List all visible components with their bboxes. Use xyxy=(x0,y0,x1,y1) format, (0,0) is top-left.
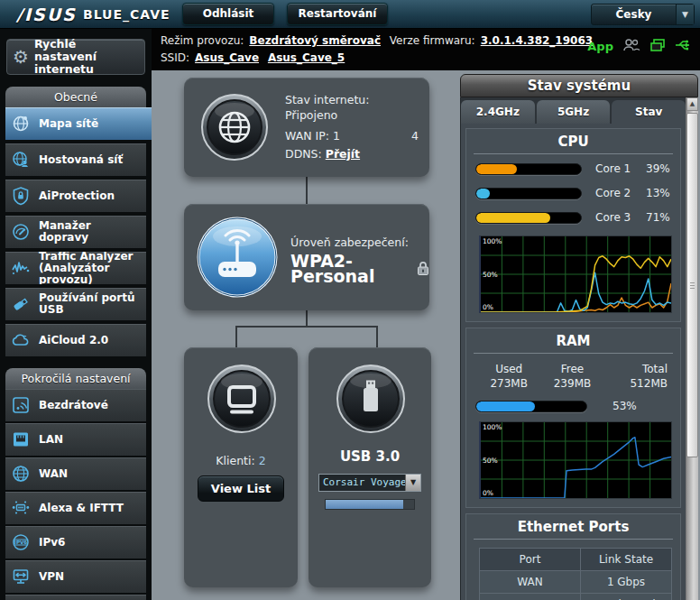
table-row: LAN 1Unplugged xyxy=(480,594,672,600)
usb-port-title: USB 3.0 xyxy=(309,448,431,465)
sidebar-item-lan[interactable]: LAN xyxy=(5,423,146,456)
table-row: WAN1 Gbps xyxy=(480,571,672,594)
sidebar: ⚙ Rychlé nastavení internetu Obecné Mapa… xyxy=(0,29,152,600)
tab-24ghz[interactable]: 2.4GHz xyxy=(461,100,535,124)
cpu-core-row: Core 3 71% xyxy=(466,211,680,224)
info-bar: Režim provozu:Bezdrátový směrovač Verze … xyxy=(152,29,700,70)
alexa-device-icon xyxy=(11,498,32,518)
ram-total: Total512MB xyxy=(604,362,669,391)
internet-status-label: Stav internetu: xyxy=(285,92,420,107)
cpu-usage-graph: 100% 50% 0% xyxy=(479,235,672,313)
sidebar-item-label: IPv6 xyxy=(39,537,141,549)
sidebar-item-label: Bezdrátové xyxy=(39,400,141,411)
wan-ip-value: 1 xyxy=(333,129,340,143)
tab-status[interactable]: Stav xyxy=(612,100,686,124)
logout-button[interactable]: Odhlásit xyxy=(182,3,274,25)
ram-percent: 53% xyxy=(612,400,637,412)
divider xyxy=(474,153,673,154)
connector-branch-usb xyxy=(376,328,378,347)
guest-network-icon[interactable] xyxy=(649,38,666,55)
usb-device-name: Corsair Voyage xyxy=(319,475,405,491)
router-icon[interactable] xyxy=(197,217,278,301)
sidebar-item-aicloud[interactable]: AiCloud 2.0 xyxy=(5,324,146,356)
security-level-value: WPA2-Personal xyxy=(290,254,411,284)
usb-status-icon[interactable] xyxy=(675,38,693,55)
view-list-button[interactable]: View List xyxy=(198,475,284,502)
ddns-go-link[interactable]: Přejít xyxy=(326,147,360,161)
ipv6-badge-icon: IPV6 xyxy=(11,532,32,552)
internet-status-card: Stav internetu: Připojeno WAN IP: 1 4 DD… xyxy=(184,78,429,177)
ethernet-ports-section: Ethernet Ports Port Link State WAN1 Gbps… xyxy=(465,513,681,600)
ram-title: RAM xyxy=(466,328,680,353)
sidebar-item-traffic-manager[interactable]: Manažer dopravy xyxy=(5,216,146,248)
sidebar-item-label: Hostovaná síť xyxy=(39,154,141,166)
clients-group-icon[interactable] xyxy=(622,38,640,55)
language-select[interactable]: Česky ▼ xyxy=(591,4,695,25)
system-status-tabs: 2.4GHz 5GHz Stav xyxy=(461,97,686,124)
sidebar-item-guest-network[interactable]: Hostovaná síť xyxy=(5,143,146,176)
asus-logo: /ISUS xyxy=(16,5,77,24)
scrollbar-thumb[interactable] xyxy=(686,113,698,457)
top-bar: /ISUS BLUE_CAVE Odhlásit Restartování Če… xyxy=(0,0,700,29)
divider xyxy=(474,539,673,540)
ssid-link-24[interactable]: Asus_Cave xyxy=(195,51,259,64)
internet-globe-icon[interactable] xyxy=(200,93,269,165)
sidebar-item-wireless[interactable]: Bezdrátové xyxy=(5,389,146,421)
firmware-version-link[interactable]: 3.0.1.4.382_19063 xyxy=(481,34,593,47)
sidebar-item-partial[interactable] xyxy=(5,595,146,600)
tab-5ghz[interactable]: 5GHz xyxy=(537,100,611,124)
sidebar-item-label: Traffic Analyzer (Analyzátor provozu) xyxy=(39,252,141,284)
app-link[interactable]: App xyxy=(587,40,613,53)
sidebar-item-usb-application[interactable]: Používání portů USB xyxy=(5,288,146,320)
sidebar-item-label: Mapa sítě xyxy=(39,118,146,130)
usb-stick-icon[interactable] xyxy=(336,364,406,438)
sidebar-item-traffic-analyzer[interactable]: Traffic Analyzer (Analyzátor provozu) xyxy=(5,252,146,284)
ssid-link-5[interactable]: Asus_Cave_5 xyxy=(268,51,345,64)
system-status-title: Stav systému xyxy=(460,74,698,97)
clients-monitor-icon[interactable] xyxy=(207,364,277,438)
ram-free: Free239MB xyxy=(540,362,603,391)
shield-lock-icon xyxy=(11,186,32,206)
operation-mode-link[interactable]: Bezdrátový směrovač xyxy=(249,34,381,47)
ethernet-ports-title: Ethernet Ports xyxy=(466,514,680,539)
cpu-core-row: Core 1 39% xyxy=(466,162,680,175)
ddns-line: DDNS: Přejít xyxy=(285,146,420,162)
guest-network-globe-icon xyxy=(11,150,32,170)
scroll-up-arrow-icon[interactable]: ▲ xyxy=(686,97,698,111)
connector-branch-clients xyxy=(235,328,237,347)
sidebar-item-wan[interactable]: WAN xyxy=(5,457,146,490)
wan-ip-suffix: 4 xyxy=(411,128,419,143)
quick-setup-label: Rychlé nastavení internetu xyxy=(34,38,139,76)
ram-usage-graph: 100% 50% 0% xyxy=(479,421,672,499)
sidebar-item-ipv6[interactable]: IPV6 IPv6 xyxy=(5,526,146,558)
scrollbar-grip xyxy=(690,282,695,289)
linkstate-column-header: Link State xyxy=(581,549,672,571)
panel-scrollbar[interactable]: ▲ xyxy=(686,97,698,600)
usb-device-select[interactable]: Corsair Voyage ▼ xyxy=(318,474,421,492)
clients-count-line: Klienti: 2 xyxy=(184,454,298,467)
vpn-monitor-icon xyxy=(11,567,32,586)
setup-wizard-icon: ⚙ xyxy=(13,51,29,63)
sidebar-item-label: LAN xyxy=(39,434,141,446)
lock-icon[interactable] xyxy=(417,261,429,278)
sidebar-item-vpn[interactable]: VPN xyxy=(5,560,146,593)
sidebar-item-label: Používání portů USB xyxy=(39,292,141,316)
reboot-button[interactable]: Restartování xyxy=(287,3,388,25)
sidebar-section-general: Obecné xyxy=(5,87,146,107)
security-card: Úroveň zabezpečení: WPA2-Personal xyxy=(184,204,429,310)
core2-label: Core 2 xyxy=(595,187,640,199)
connector-branch-horizontal xyxy=(235,326,378,328)
sidebar-item-aiprotection[interactable]: AiProtection xyxy=(5,180,146,212)
clients-count: 2 xyxy=(259,454,266,467)
sidebar-item-label: Alexa & IFTTT xyxy=(39,503,141,514)
operation-mode-label: Režim provozu: xyxy=(161,34,244,47)
core2-value: 13% xyxy=(646,187,670,199)
ram-usage-bar xyxy=(475,401,587,412)
core3-value: 71% xyxy=(646,211,670,224)
sidebar-item-network-map[interactable]: Mapa sítě xyxy=(5,107,152,140)
sidebar-item-quick-internet-setup[interactable]: ⚙ Rychlé nastavení internetu xyxy=(6,39,145,75)
clients-card: Klienti: 2 View List xyxy=(184,347,298,587)
firmware-label: Verze firmwaru: xyxy=(390,34,475,47)
ram-graph-tick-50: 50% xyxy=(483,457,498,465)
sidebar-item-alexa-ifttt[interactable]: Alexa & IFTTT xyxy=(5,492,146,524)
